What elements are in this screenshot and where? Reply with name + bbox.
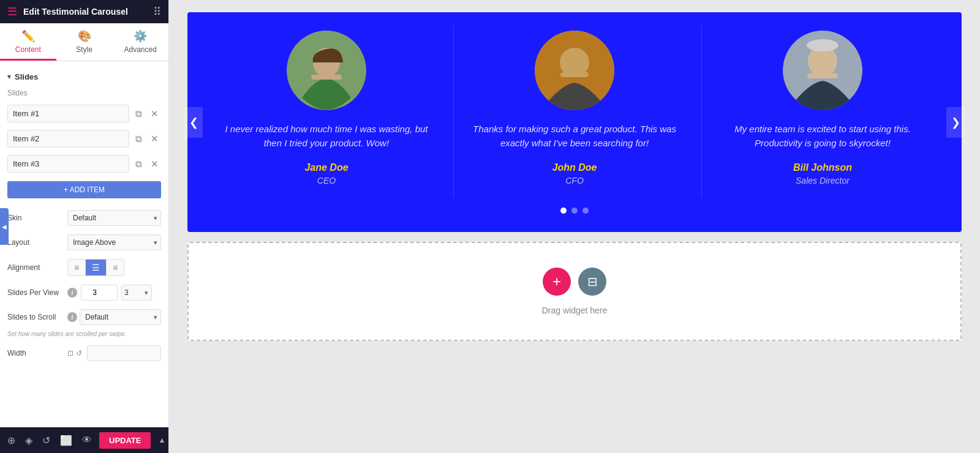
testimonial-role-3: Sales Director — [796, 176, 850, 185]
sidebar: ☰ Edit Testimonial Carousel ⠿ ✏️ Content… — [0, 0, 169, 453]
advanced-tab-icon: ⚙️ — [134, 29, 147, 43]
slide-input-1[interactable] — [7, 105, 129, 122]
update-button[interactable]: UPDATE — [99, 432, 151, 449]
width-reset-icon[interactable]: ↺ — [76, 349, 82, 358]
style-tab-icon: 🎨 — [78, 29, 91, 43]
toolbar-responsive-icon[interactable]: ⬜ — [58, 432, 75, 449]
testimonial-card-3: My entire team is excited to start using… — [701, 24, 943, 198]
toolbar-preview-icon[interactable]: 👁 — [80, 432, 94, 448]
svg-rect-10 — [807, 73, 838, 78]
slides-per-view-row: Slides Per View i 3 1 2 4 — [0, 280, 168, 305]
width-row: Width ⊡ ↺ PX ▲ ▼ — [0, 341, 168, 365]
alignment-label: Alignment — [7, 263, 62, 272]
width-input[interactable] — [88, 346, 161, 361]
align-right-button[interactable]: ≡ — [107, 260, 124, 275]
slide-item-2: ⧉ ✕ — [0, 126, 168, 151]
tab-content[interactable]: ✏️ Content — [0, 23, 56, 61]
slides-per-view-label: Slides Per View — [7, 288, 62, 297]
carousel-next-button[interactable]: ❯ — [946, 107, 965, 138]
carousel-inner: I never realized how much time I was was… — [206, 24, 943, 198]
slide-duplicate-2[interactable]: ⧉ — [133, 132, 145, 146]
toolbar-layers-icon[interactable]: ⊕ — [5, 432, 18, 449]
hamburger-icon[interactable]: ☰ — [7, 5, 17, 18]
drop-zone: + ⊟ Drag widget here — [187, 242, 962, 341]
sidebar-tabs: ✏️ Content 🎨 Style ⚙️ Advanced — [0, 23, 168, 61]
align-left-button[interactable]: ≡ — [68, 260, 86, 275]
add-item-label: + ADD ITEM — [64, 185, 105, 194]
carousel-dot-1[interactable] — [560, 208, 567, 214]
add-widget-button[interactable]: + — [543, 268, 571, 296]
testimonial-card-1: I never realized how much time I was was… — [206, 24, 447, 198]
drop-zone-label: Drag widget here — [542, 305, 608, 315]
sidebar-collapse-handle[interactable]: ◀ — [0, 208, 9, 245]
slides-to-scroll-row: Slides to Scroll i Default 1 2 3 — [0, 305, 168, 329]
avatar-1 — [287, 31, 366, 110]
skin-select[interactable]: Default Bubble Card — [67, 210, 161, 226]
add-item-button[interactable]: + ADD ITEM — [7, 181, 161, 198]
testimonial-name-3: Bill Johnson — [793, 162, 852, 173]
testimonial-quote-3: My entire team is excited to start using… — [714, 122, 931, 150]
svg-rect-6 — [560, 72, 589, 77]
slide-input-2[interactable] — [7, 130, 129, 148]
alignment-group: ≡ ☰ ≡ — [67, 259, 124, 276]
slides-to-scroll-select[interactable]: Default 1 2 3 — [80, 309, 161, 325]
slides-to-scroll-label: Slides to Scroll — [7, 313, 62, 321]
bottom-toolbar: ⊕ ◈ ↺ ⬜ 👁 UPDATE ▲ — [0, 427, 168, 453]
widget-library-button[interactable]: ⊟ — [578, 268, 606, 296]
carousel-dot-2[interactable] — [571, 208, 578, 214]
slides-per-view-info-icon[interactable]: i — [67, 288, 77, 298]
toolbar-widgets-icon[interactable]: ◈ — [23, 432, 35, 449]
tab-advanced[interactable]: ⚙️ Advanced — [112, 23, 168, 61]
collapse-icon: ◀ — [2, 223, 7, 230]
carousel-dots — [206, 208, 943, 214]
slides-section-label: Slides — [15, 72, 38, 81]
widget-library-icon: ⊟ — [587, 274, 598, 289]
slide-delete-3[interactable]: ✕ — [148, 157, 161, 171]
slide-input-3[interactable] — [7, 155, 129, 173]
svg-point-5 — [567, 55, 582, 70]
slide-duplicate-1[interactable]: ⧉ — [133, 107, 145, 121]
testimonial-name-1: Jane Doe — [304, 162, 348, 173]
slides-per-view-select[interactable]: 3 1 2 4 — [121, 285, 152, 301]
carousel-section: ❮ ❯ I never realized how much time I was… — [187, 12, 962, 232]
slides-chevron-icon: ▾ — [7, 73, 11, 81]
width-label: Width — [7, 349, 62, 358]
carousel-prev-button[interactable]: ❮ — [184, 107, 203, 138]
testimonial-role-2: CFO — [565, 176, 584, 185]
carousel-dot-3[interactable] — [582, 208, 589, 214]
slides-section-header[interactable]: ▾ Slides — [0, 67, 168, 86]
style-tab-label: Style — [76, 45, 92, 54]
testimonial-quote-2: Thanks for making such a great product. … — [466, 122, 683, 150]
avatar-2 — [535, 31, 614, 110]
content-tab-label: Content — [15, 45, 41, 54]
slide-delete-2[interactable]: ✕ — [148, 132, 161, 146]
grid-icon[interactable]: ⠿ — [153, 5, 161, 18]
align-center-button[interactable]: ☰ — [86, 260, 107, 275]
sidebar-body: ▾ Slides Slides ⧉ ✕ ⧉ ✕ ⧉ ✕ + ADD ITEM — [0, 61, 168, 427]
width-responsive-icon[interactable]: ⊡ — [67, 349, 74, 358]
testimonial-name-2: John Doe — [552, 162, 597, 173]
layout-row: Layout Image Above Image Below Image Inl… — [0, 230, 168, 255]
slides-sub-label: Slides — [0, 86, 168, 101]
svg-rect-2 — [311, 75, 342, 80]
sidebar-header: ☰ Edit Testimonial Carousel ⠿ — [0, 0, 168, 23]
slides-to-scroll-hint: Set how many slides are scrolled per swi… — [0, 329, 168, 341]
avatar-3 — [783, 31, 862, 110]
slides-per-view-input[interactable] — [81, 285, 118, 301]
update-chevron-icon[interactable]: ▲ — [156, 433, 168, 447]
settings-section: Skin Default Bubble Card Layout — [0, 203, 168, 368]
main-content: ❮ ❯ I never realized how much time I was… — [169, 0, 980, 453]
skin-row: Skin Default Bubble Card — [0, 206, 168, 230]
slides-to-scroll-info-icon[interactable]: i — [67, 312, 77, 322]
skin-label: Skin — [7, 214, 62, 222]
alignment-row: Alignment ≡ ☰ ≡ — [0, 255, 168, 280]
testimonial-card-2: Thanks for making such a great product. … — [453, 24, 695, 198]
toolbar-history-icon[interactable]: ↺ — [40, 432, 53, 449]
layout-label: Layout — [7, 238, 62, 247]
slide-duplicate-3[interactable]: ⧉ — [133, 157, 145, 171]
tab-style[interactable]: 🎨 Style — [56, 23, 113, 61]
advanced-tab-label: Advanced — [124, 45, 156, 54]
layout-select[interactable]: Image Above Image Below Image Inline — [67, 234, 161, 250]
slide-delete-1[interactable]: ✕ — [148, 107, 161, 121]
slide-item-1: ⧉ ✕ — [0, 101, 168, 126]
